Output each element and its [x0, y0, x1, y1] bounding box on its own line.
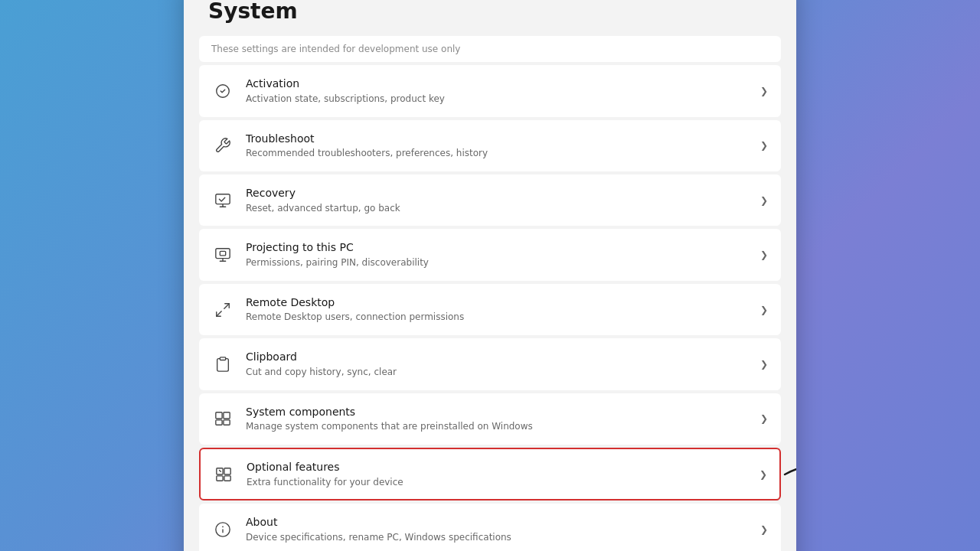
optional-features-icon: [213, 464, 234, 485]
projecting-icon: [212, 244, 234, 266]
recovery-content: Recovery Reset, advanced startup, go bac…: [246, 186, 754, 214]
clipboard-content: Clipboard Cut and copy history, sync, cl…: [246, 350, 754, 378]
settings-item-recovery[interactable]: Recovery Reset, advanced startup, go bac…: [199, 174, 781, 226]
svg-rect-7: [216, 412, 222, 419]
about-chevron: ❯: [760, 524, 768, 535]
remote-desktop-title: Remote Desktop: [246, 295, 754, 311]
optional-features-content: Optional features Extra functionality fo…: [247, 460, 753, 488]
optional-features-wrapper: Optional features Extra functionality fo…: [199, 448, 781, 500]
clipboard-subtitle: Cut and copy history, sync, clear: [246, 366, 754, 379]
remote-desktop-chevron: ❯: [760, 305, 768, 315]
svg-rect-13: [217, 476, 223, 481]
svg-rect-8: [224, 412, 230, 419]
svg-line-15: [220, 470, 221, 471]
about-subtitle: Device specifications, rename PC, Window…: [246, 531, 754, 544]
system-components-chevron: ❯: [760, 413, 768, 424]
svg-line-5: [217, 311, 221, 315]
settings-item-troubleshoot[interactable]: Troubleshoot Recommended troubleshooters…: [199, 120, 781, 171]
settings-item-remote-desktop[interactable]: Remote Desktop Remote Desktop users, con…: [199, 284, 781, 335]
troubleshoot-icon: [212, 135, 234, 156]
system-components-content: System components Manage system componen…: [246, 405, 754, 433]
activation-chevron: ❯: [760, 86, 768, 96]
recovery-chevron: ❯: [760, 195, 768, 206]
dev-note: These settings are intended for developm…: [199, 36, 781, 62]
troubleshoot-chevron: ❯: [760, 140, 768, 151]
activation-icon: [212, 80, 234, 102]
page-title: System: [208, 0, 772, 24]
about-title: About: [246, 515, 754, 530]
activation-subtitle: Activation state, subscriptions, product…: [246, 93, 754, 106]
settings-item-optional-features[interactable]: Optional features Extra functionality fo…: [199, 448, 781, 500]
settings-item-clipboard[interactable]: Clipboard Cut and copy history, sync, cl…: [199, 338, 781, 390]
optional-features-subtitle: Extra functionality for your device: [247, 476, 753, 489]
optional-features-title: Optional features: [247, 460, 753, 475]
troubleshoot-subtitle: Recommended troubleshooters, preferences…: [246, 147, 754, 160]
system-components-subtitle: Manage system components that are preins…: [246, 420, 754, 433]
settings-item-system-components[interactable]: System components Manage system componen…: [199, 393, 781, 445]
svg-line-4: [224, 303, 229, 308]
recovery-subtitle: Reset, advanced startup, go back: [246, 202, 754, 215]
window-header: System: [184, 0, 796, 36]
remote-desktop-icon: [212, 299, 234, 321]
system-components-title: System components: [246, 405, 754, 420]
about-icon: [212, 519, 234, 540]
clipboard-title: Clipboard: [246, 350, 754, 365]
settings-window: System These settings are intended for d…: [184, 0, 796, 551]
clipboard-chevron: ❯: [760, 359, 768, 370]
svg-rect-12: [224, 468, 230, 474]
system-components-icon: [212, 408, 234, 429]
arrow-annotation: [781, 452, 796, 497]
remote-desktop-subtitle: Remote Desktop users, connection permiss…: [246, 311, 754, 324]
projecting-chevron: ❯: [760, 249, 768, 260]
activation-title: Activation: [246, 77, 754, 92]
settings-item-activation[interactable]: Activation Activation state, subscriptio…: [199, 65, 781, 116]
svg-rect-3: [220, 252, 225, 256]
svg-rect-14: [224, 476, 230, 481]
activation-content: Activation Activation state, subscriptio…: [246, 77, 754, 105]
settings-item-about[interactable]: About Device specifications, rename PC, …: [199, 504, 781, 551]
remote-desktop-content: Remote Desktop Remote Desktop users, con…: [246, 295, 754, 324]
svg-rect-9: [216, 420, 222, 425]
troubleshoot-content: Troubleshoot Recommended troubleshooters…: [246, 132, 754, 160]
svg-rect-10: [224, 420, 230, 425]
about-content: About Device specifications, rename PC, …: [246, 515, 754, 543]
projecting-content: Projecting to this PC Permissions, pairi…: [246, 240, 754, 269]
recovery-title: Recovery: [246, 186, 754, 201]
svg-rect-2: [216, 249, 230, 259]
projecting-title: Projecting to this PC: [246, 240, 754, 256]
projecting-subtitle: Permissions, pairing PIN, discoverabilit…: [246, 256, 754, 269]
settings-list: These settings are intended for developm…: [184, 36, 796, 551]
optional-features-chevron: ❯: [760, 469, 767, 480]
recovery-icon: [212, 190, 234, 211]
troubleshoot-title: Troubleshoot: [246, 132, 754, 147]
svg-rect-6: [220, 357, 225, 360]
clipboard-icon: [212, 354, 234, 375]
settings-item-projecting[interactable]: Projecting to this PC Permissions, pairi…: [199, 229, 781, 280]
